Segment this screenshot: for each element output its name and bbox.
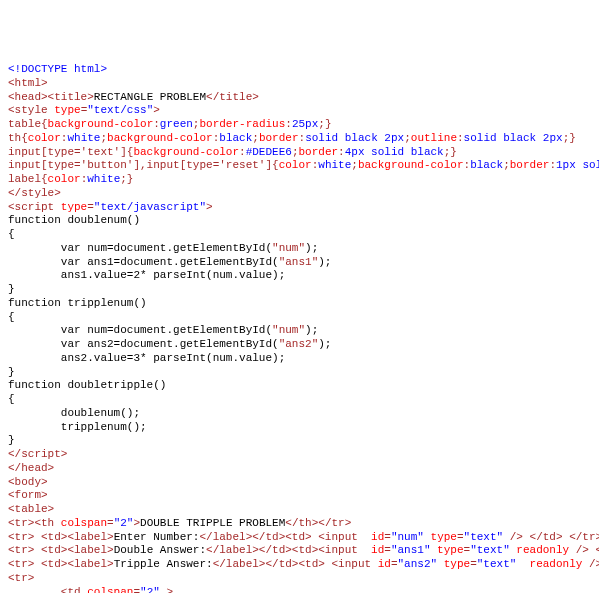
code-line: table{background-color:green;border-radi…: [8, 118, 591, 132]
code-line: var ans2=document.getElementById("ans2")…: [8, 338, 591, 352]
code-token: </style>: [8, 187, 61, 199]
code-line: ans1.value=2* parseInt(num.value);: [8, 269, 591, 283]
code-line: <tr><th colspan="2">DOUBLE TRIPPLE PROBL…: [8, 517, 591, 531]
code-token: <head><title>: [8, 91, 94, 103]
code-token: >: [153, 104, 160, 116]
code-token: label{: [8, 173, 48, 185]
code-token: <body>: [8, 476, 48, 488]
code-token: background-color: [107, 132, 213, 144]
code-token: </label></td><td> <input: [213, 558, 378, 570]
code-token: }: [8, 434, 15, 446]
code-token: var ans2=document.getElementById(: [8, 338, 279, 350]
code-line: <td colspan="2" >: [8, 586, 591, 594]
code-line: <tr> <td><label>Double Answer:</label></…: [8, 544, 591, 558]
code-token: RECTANGLE PROBLEM: [94, 91, 206, 103]
code-token: /> </td> </tr>: [503, 531, 599, 543]
code-token: "num": [272, 324, 305, 336]
code-token: black: [219, 132, 252, 144]
code-line: }: [8, 283, 591, 297]
code-token: readonly: [530, 558, 583, 570]
code-line: </head>: [8, 462, 591, 476]
code-line: {: [8, 228, 591, 242]
code-line: th{color:white;background-color:black;bo…: [8, 132, 591, 146]
code-token: solid black 2px: [464, 132, 563, 144]
code-token: {: [8, 393, 15, 405]
code-line: <tr>: [8, 572, 591, 586]
code-token: [437, 558, 444, 570]
code-line: ans2.value=3* parseInt(num.value);: [8, 352, 591, 366]
code-token: "num": [391, 531, 424, 543]
code-token: border: [259, 132, 299, 144]
code-token: color: [279, 159, 312, 171]
code-token: function doubletripple(): [8, 379, 166, 391]
code-token: =: [107, 517, 114, 529]
code-line: <tr> <td><label>Tripple Answer:</label><…: [8, 558, 591, 572]
code-line: function doubletripple(): [8, 379, 591, 393]
code-token: >: [160, 586, 173, 594]
code-token: border: [298, 146, 338, 158]
code-token: Enter Number:: [114, 531, 200, 543]
code-token: </title>: [206, 91, 259, 103]
code-token: var num=document.getElementById(: [8, 324, 272, 336]
code-token: :: [549, 159, 556, 171]
code-token: tripplenum();: [8, 421, 147, 433]
code-token: <table>: [8, 503, 54, 515]
code-token: :: [285, 118, 292, 130]
code-token: id: [371, 544, 384, 556]
code-token: </label></td><td> <input: [199, 531, 371, 543]
code-token: 25px: [292, 118, 318, 130]
code-token: ;: [404, 132, 411, 144]
code-token: <tr> <td><label>: [8, 544, 114, 556]
code-token: 1px solid white: [556, 159, 599, 171]
code-token: background-color: [48, 118, 154, 130]
code-line: input[type='text']{background-color:#DED…: [8, 146, 591, 160]
code-token: id: [371, 531, 384, 543]
code-line: }: [8, 366, 591, 380]
code-token: input[type='text']{: [8, 146, 133, 158]
code-token: "2": [114, 517, 134, 529]
code-token: table{: [8, 118, 48, 130]
code-token: "text/javascript": [94, 201, 206, 213]
code-line: var ans1=document.getElementById("ans1")…: [8, 256, 591, 270]
code-token: type: [444, 558, 470, 570]
code-token: :: [338, 146, 345, 158]
code-token: /> </td> </tr>: [569, 544, 599, 556]
code-token: "ans1": [279, 256, 319, 268]
code-token: >: [206, 201, 213, 213]
code-token: ans1.value=2* parseInt(num.value);: [8, 269, 285, 281]
code-token: );: [318, 338, 331, 350]
code-token: DOUBLE TRIPPLE PROBLEM: [140, 517, 285, 529]
code-line: {: [8, 311, 591, 325]
code-line: <body>: [8, 476, 591, 490]
code-token: background-color: [358, 159, 464, 171]
code-token: <style: [8, 104, 54, 116]
code-token: type: [431, 531, 457, 543]
code-token: [424, 531, 431, 543]
code-line: <head><title>RECTANGLE PROBLEM</title>: [8, 91, 591, 105]
code-token: </label></td><td><input: [206, 544, 371, 556]
code-line: <script type="text/javascript">: [8, 201, 591, 215]
code-token: {: [8, 311, 15, 323]
code-token: colspan: [87, 586, 133, 594]
code-token: doublenum();: [8, 407, 140, 419]
code-token: {: [8, 228, 15, 240]
code-token: white: [67, 132, 100, 144]
code-line: tripplenum();: [8, 421, 591, 435]
code-token: black: [470, 159, 503, 171]
code-token: ;: [351, 159, 358, 171]
code-token: type: [437, 544, 463, 556]
code-token: ;: [503, 159, 510, 171]
code-token: th{: [8, 132, 28, 144]
code-token: "text/css": [87, 104, 153, 116]
code-token: color: [48, 173, 81, 185]
code-token: 4px solid black: [345, 146, 444, 158]
code-token: :: [457, 132, 464, 144]
code-token: ;}: [563, 132, 576, 144]
code-line: doublenum();: [8, 407, 591, 421]
code-token: <td: [8, 586, 87, 594]
code-token: "ans1": [391, 544, 431, 556]
code-token: Double Answer:: [114, 544, 206, 556]
code-token: );: [318, 256, 331, 268]
code-token: <form>: [8, 489, 48, 501]
code-token: <html>: [8, 77, 48, 89]
